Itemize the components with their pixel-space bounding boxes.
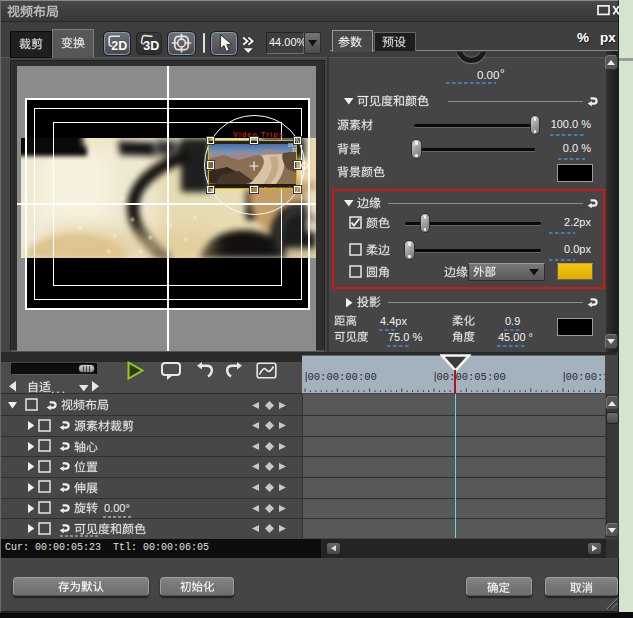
svg-text:2D: 2D	[111, 39, 127, 53]
svg-text:3D: 3D	[143, 39, 159, 53]
